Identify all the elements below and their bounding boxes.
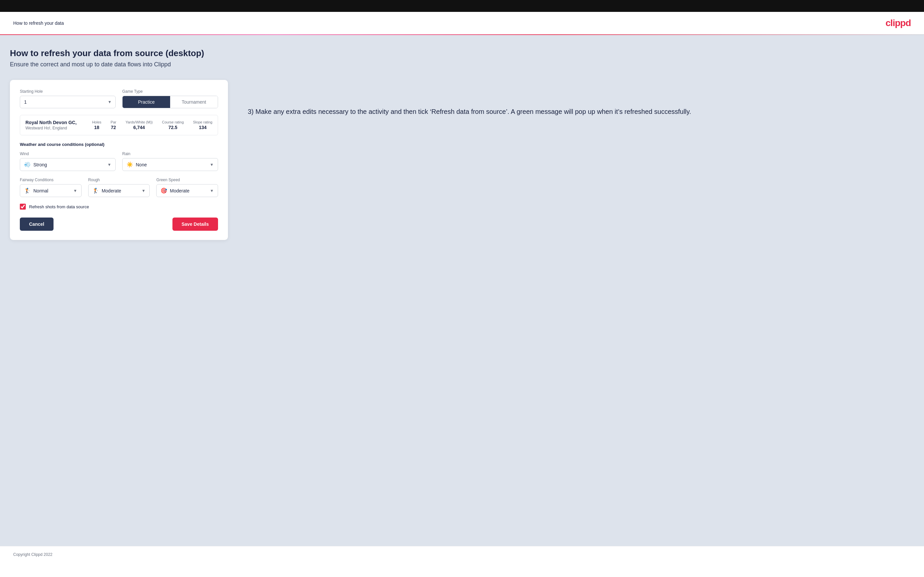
refresh-checkbox-row: Refresh shots from data source	[20, 204, 218, 210]
rain-select[interactable]: ☀️ None ▼	[122, 158, 218, 171]
rain-icon: ☀️	[126, 161, 133, 168]
rough-chevron-icon: ▼	[141, 189, 145, 193]
footer: Copyright Clippd 2022	[0, 546, 924, 563]
green-speed-group: Green Speed 🎯 Moderate ▼	[156, 177, 218, 197]
wind-select[interactable]: 💨 Strong ▼	[20, 158, 116, 171]
holes-stat: Holes 18	[92, 120, 102, 130]
conditions-heading: Weather and course conditions (optional)	[20, 142, 218, 147]
side-description: 3) Make any extra edits necessary to the…	[248, 80, 914, 117]
fairway-icon: 🏌️	[24, 187, 31, 194]
course-name-group: Royal North Devon GC, Westward Ho!, Engl…	[26, 120, 77, 131]
course-rating-label: Course rating	[162, 120, 184, 124]
starting-hole-select[interactable]: 1 10	[20, 96, 116, 108]
fairway-group: Fairway Conditions 🏌️ Normal ▼	[20, 177, 82, 197]
holes-label: Holes	[92, 120, 102, 124]
course-info-box: Royal North Devon GC, Westward Ho!, Engl…	[20, 115, 218, 135]
game-type-group: Game Type Practice Tournament	[122, 89, 218, 108]
course-stats: Holes 18 Par 72 Yards/White (M)) 6,744 C…	[92, 120, 212, 130]
yards-stat: Yards/White (M)) 6,744	[126, 120, 153, 130]
course-rating-stat: Course rating 72.5	[162, 120, 184, 130]
header-title: How to refresh your data	[13, 21, 64, 26]
button-row: Cancel Save Details	[20, 218, 218, 231]
header: How to refresh your data clippd	[0, 12, 924, 34]
course-name: Royal North Devon GC,	[26, 120, 77, 125]
par-value: 72	[111, 125, 116, 130]
fairway-select[interactable]: 🏌️ Normal ▼	[20, 184, 82, 197]
yards-value: 6,744	[134, 125, 145, 130]
fairway-label: Fairway Conditions	[20, 177, 82, 182]
starting-hole-group: Starting Hole 1 10 ▼	[20, 89, 116, 108]
cancel-button[interactable]: Cancel	[20, 218, 53, 231]
game-type-label: Game Type	[122, 89, 218, 94]
holes-value: 18	[94, 125, 99, 130]
starting-hole-wrapper: 1 10 ▼	[20, 96, 116, 108]
wind-rain-row: Wind 💨 Strong ▼ Rain ☀️ None ▼	[20, 152, 218, 171]
rough-select[interactable]: 🏌️ Moderate ▼	[88, 184, 150, 197]
save-button[interactable]: Save Details	[173, 218, 218, 231]
green-speed-chevron-icon: ▼	[210, 189, 214, 193]
par-stat: Par 72	[111, 120, 116, 130]
refresh-label: Refresh shots from data source	[29, 204, 89, 209]
slope-rating-label: Slope rating	[193, 120, 212, 124]
wind-label: Wind	[20, 152, 116, 156]
slope-rating-value: 134	[199, 125, 207, 130]
wind-value: Strong	[33, 162, 107, 168]
rough-icon: 🏌️	[92, 187, 99, 194]
main-content: How to refresh your data from source (de…	[0, 35, 924, 546]
practice-button[interactable]: Practice	[123, 96, 170, 108]
form-row-top: Starting Hole 1 10 ▼ Game Type Practice …	[20, 89, 218, 108]
content-layout: Starting Hole 1 10 ▼ Game Type Practice …	[10, 80, 914, 240]
wind-icon: 💨	[24, 161, 31, 168]
copyright-text: Copyright Clippd 2022	[13, 552, 53, 557]
side-desc-text: 3) Make any extra edits necessary to the…	[248, 106, 914, 117]
course-rating-value: 72.5	[168, 125, 178, 130]
top-bar	[0, 0, 924, 12]
green-speed-label: Green Speed	[156, 177, 218, 182]
rain-label: Rain	[122, 152, 218, 156]
fairway-chevron-icon: ▼	[73, 189, 77, 193]
logo: clippd	[886, 18, 911, 28]
game-type-toggle: Practice Tournament	[122, 96, 218, 108]
conditions-row: Fairway Conditions 🏌️ Normal ▼ Rough 🏌️ …	[20, 177, 218, 197]
rain-chevron-icon: ▼	[210, 163, 214, 167]
slope-rating-stat: Slope rating 134	[193, 120, 212, 130]
wind-chevron-icon: ▼	[107, 163, 111, 167]
par-label: Par	[111, 120, 116, 124]
rough-label: Rough	[88, 177, 150, 182]
wind-group: Wind 💨 Strong ▼	[20, 152, 116, 171]
starting-hole-label: Starting Hole	[20, 89, 116, 94]
form-card: Starting Hole 1 10 ▼ Game Type Practice …	[10, 80, 228, 240]
tournament-button[interactable]: Tournament	[170, 96, 218, 108]
page-heading: How to refresh your data from source (de…	[10, 48, 914, 58]
green-speed-icon: 🎯	[160, 187, 167, 194]
yards-label: Yards/White (M))	[126, 120, 153, 124]
rain-group: Rain ☀️ None ▼	[122, 152, 218, 171]
green-speed-select[interactable]: 🎯 Moderate ▼	[156, 184, 218, 197]
refresh-checkbox[interactable]	[20, 204, 26, 210]
green-speed-value: Moderate	[170, 188, 210, 193]
course-location: Westward Ho!, England	[26, 126, 77, 131]
page-subheading: Ensure the correct and most up to date d…	[10, 61, 914, 68]
fairway-value: Normal	[33, 188, 73, 193]
rain-value: None	[136, 162, 210, 168]
rough-group: Rough 🏌️ Moderate ▼	[88, 177, 150, 197]
rough-value: Moderate	[102, 188, 142, 193]
